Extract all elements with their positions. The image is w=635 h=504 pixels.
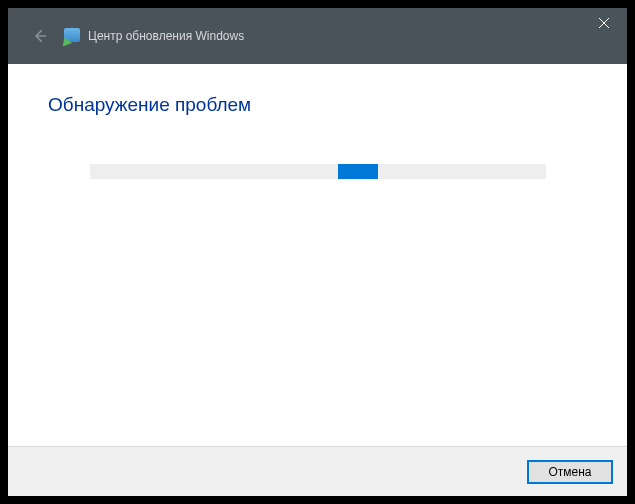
page-heading: Обнаружение проблем xyxy=(48,94,587,116)
windows-update-icon xyxy=(64,28,82,44)
window-title: Центр обновления Windows xyxy=(88,29,244,43)
progress-indicator xyxy=(338,164,378,179)
titlebar: Центр обновления Windows xyxy=(8,8,627,64)
content-area: Обнаружение проблем xyxy=(8,64,627,446)
troubleshooter-window: Центр обновления Windows Обнаружение про… xyxy=(8,8,627,496)
close-button[interactable] xyxy=(581,8,627,38)
footer: Отмена xyxy=(8,446,627,496)
back-arrow-icon xyxy=(28,24,52,48)
progress-bar xyxy=(90,164,546,179)
cancel-button[interactable]: Отмена xyxy=(527,460,613,484)
